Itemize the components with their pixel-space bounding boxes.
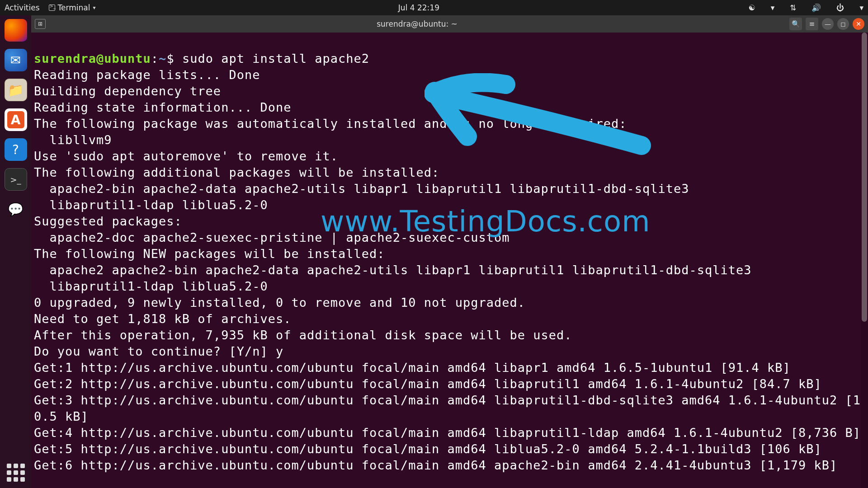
prompt-colon: : — [151, 52, 159, 66]
dock-app-hexchat[interactable]: 💬 — [5, 198, 27, 221]
prompt-path: ~ — [159, 52, 166, 66]
gnome-top-panel: Activities Terminal Jul 4 22:19 ☯ ▾ ⇅ 🔊 … — [0, 0, 868, 15]
app-menu-terminal[interactable]: Terminal — [49, 3, 96, 12]
system-caret-icon: ▾ — [859, 3, 863, 12]
output-line: apache2-doc apache2-suexec-pristine | ap… — [34, 230, 510, 244]
terminal-body[interactable]: surendra@ubuntu:~$ sudo apt install apac… — [31, 33, 868, 488]
output-line: Get:1 http://us.archive.ubuntu.com/ubunt… — [34, 361, 791, 375]
dock-app-software[interactable] — [5, 108, 27, 131]
output-line: apache2 apache2-bin apache2-data apache2… — [34, 263, 752, 277]
network-icon[interactable]: ⇅ — [790, 3, 796, 12]
output-line: Need to get 1,818 kB of archives. — [34, 312, 291, 326]
output-line: After this operation, 7,935 kB of additi… — [34, 328, 572, 342]
new-tab-button[interactable]: ⊞ — [35, 19, 46, 29]
show-applications-button[interactable] — [7, 464, 25, 482]
dock-app-help[interactable]: ? — [5, 138, 27, 161]
dock: ✉ 📁 ? 💬 — [0, 15, 31, 488]
scrollbar-thumb[interactable] — [862, 33, 867, 322]
output-line: The following NEW packages will be insta… — [34, 247, 385, 261]
window-title: surendra@ubuntu: ~ — [48, 19, 786, 28]
output-line: Reading state information... Done — [34, 100, 291, 114]
output-line: libllvm9 — [34, 133, 112, 147]
terminal-scrollbar[interactable] — [861, 33, 868, 488]
output-line: Get:3 http://us.archive.ubuntu.com/ubunt… — [34, 393, 861, 423]
terminal-menu-icon — [49, 5, 55, 11]
output-line: apache2-bin apache2-data apache2-utils l… — [34, 182, 689, 196]
accessibility-icon[interactable]: ☯ — [748, 3, 755, 12]
output-line: Get:2 http://us.archive.ubuntu.com/ubunt… — [34, 377, 822, 391]
output-line: Use 'sudo apt autoremove' to remove it. — [34, 149, 338, 163]
power-icon[interactable]: ⏻ — [836, 3, 844, 12]
dock-app-terminal[interactable] — [5, 168, 27, 191]
output-line: Get:4 http://us.archive.ubuntu.com/ubunt… — [34, 426, 861, 440]
activities-button[interactable]: Activities — [5, 3, 40, 12]
output-line: Get:5 http://us.archive.ubuntu.com/ubunt… — [34, 442, 822, 456]
output-line: Suggested packages: — [34, 214, 182, 228]
output-line: Do you want to continue? [Y/n] y — [34, 344, 283, 358]
dock-app-firefox[interactable] — [5, 19, 27, 42]
output-line: Get:6 http://us.archive.ubuntu.com/ubunt… — [34, 458, 837, 472]
terminal-titlebar: ⊞ surendra@ubuntu: ~ 🔍 ≡ — ◻ ✕ — [31, 15, 868, 33]
desktop: ✉ 📁 ? 💬 ⊞ surendra@ubuntu: ~ 🔍 ≡ — ◻ ✕ s… — [0, 15, 868, 488]
dock-app-thunderbird[interactable]: ✉ — [5, 49, 27, 71]
prompt-dollar: $ — [166, 52, 174, 66]
dock-app-files[interactable]: 📁 — [5, 79, 27, 101]
search-icon[interactable]: 🔍 — [789, 18, 802, 30]
output-line: The following package was automatically … — [34, 117, 627, 131]
clock[interactable]: Jul 4 22:19 — [398, 3, 439, 12]
output-line: libaprutil1-ldap liblua5.2-0 — [34, 279, 268, 293]
accessibility-caret-icon: ▾ — [771, 3, 775, 12]
app-menu-label: Terminal — [58, 3, 90, 12]
watermark-text: www.TestingDocs.com — [321, 213, 651, 230]
output-line: Reading package lists... Done — [34, 68, 260, 82]
close-button[interactable]: ✕ — [853, 18, 864, 30]
prompt-userhost: surendra@ubuntu — [34, 52, 151, 66]
typed-command: sudo apt install apache2 — [182, 52, 369, 66]
output-line: 0 upgraded, 9 newly installed, 0 to remo… — [34, 296, 525, 310]
volume-icon[interactable]: 🔊 — [811, 3, 821, 12]
output-line: The following additional packages will b… — [34, 165, 439, 179]
terminal-window: ⊞ surendra@ubuntu: ~ 🔍 ≡ — ◻ ✕ surendra@… — [31, 15, 868, 488]
output-line: libaprutil1-ldap liblua5.2-0 — [34, 198, 268, 212]
output-line: Building dependency tree — [34, 84, 221, 98]
hamburger-menu-icon[interactable]: ≡ — [806, 18, 818, 30]
minimize-button[interactable]: — — [822, 18, 834, 30]
maximize-button[interactable]: ◻ — [837, 18, 849, 30]
